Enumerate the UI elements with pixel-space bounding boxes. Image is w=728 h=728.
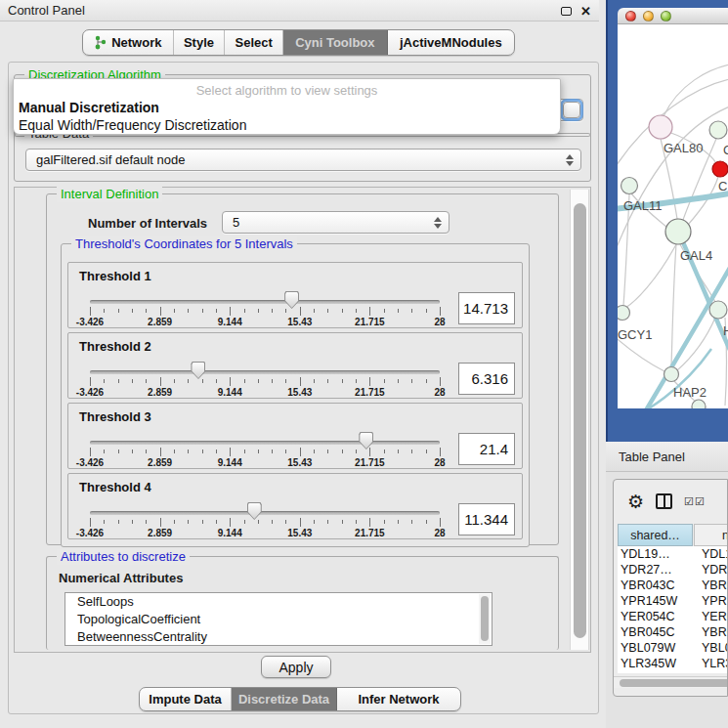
threshold-label: Threshold 2	[79, 339, 151, 354]
network-node-h[interactable]	[709, 301, 727, 319]
tab-jactivemnodules-label: jActiveMNodules	[400, 35, 502, 50]
table-row[interactable]: YLR345WYLR3	[618, 656, 728, 671]
tab-jactivemnodules[interactable]: jActiveMNodules	[388, 30, 514, 55]
table-toolbar: ⚙ ☑☑	[614, 480, 727, 523]
network-node[interactable]	[692, 400, 706, 408]
tab-network-label: Network	[111, 35, 161, 50]
name-cell[interactable]: YBR0	[693, 578, 728, 593]
tab-cyni-toolbox-label: Cyni Toolbox	[295, 35, 374, 50]
threshold-label: Threshold 1	[79, 269, 151, 283]
table-row[interactable]: YBL079WYBL0	[618, 640, 728, 656]
table-horizontal-scrollbar[interactable]	[614, 676, 728, 688]
tab-discretize-data[interactable]: Discretize Data	[232, 688, 337, 710]
threshold-value-field[interactable]: 11.344	[458, 503, 515, 535]
threshold-value-field[interactable]: 14.713	[458, 292, 515, 324]
network-node-g[interactable]	[709, 121, 727, 139]
attribute-list-item[interactable]: BetweennessCentrality	[65, 628, 492, 646]
network-canvas[interactable]: GAL80GCGAL11GAL4GCY1HHAP2	[618, 24, 728, 408]
network-node-gal11[interactable]	[621, 178, 638, 194]
tab-discretize-data-label: Discretize Data	[238, 692, 329, 707]
control-panel-tab-bar: Network Style Select Cyni Toolbox jActiv…	[82, 29, 515, 56]
network-node-label: G	[723, 143, 728, 157]
shared-name-cell[interactable]: YBR043C	[618, 578, 693, 593]
apply-button[interactable]: Apply	[261, 656, 331, 678]
shared-name-cell[interactable]: YDR27…	[618, 562, 693, 578]
number-of-intervals-select[interactable]: 5	[222, 211, 450, 234]
network-node-label: GAL11	[623, 198, 663, 213]
name-cell[interactable]: YBL0	[693, 640, 728, 656]
settings-gear-icon[interactable]: ⚙	[627, 492, 644, 511]
table-body[interactable]: YDL19…YDL1YDR27…YDR2YBR043CYBR0YPR145WYP…	[618, 546, 728, 673]
threshold-row: Threshold 4 -3.4262.8599.14415.4321.7152…	[67, 473, 523, 539]
name-cell[interactable]: YBR0	[693, 624, 728, 640]
shared-name-cell[interactable]: YER054C	[618, 609, 693, 624]
name-cell[interactable]: YPR1	[693, 593, 728, 609]
threshold-slider-track[interactable]	[90, 370, 440, 374]
algorithm-dropdown-popup: Select algorithm to view settings Manual…	[13, 78, 561, 135]
minimize-window-icon[interactable]	[643, 11, 654, 21]
tab-impute-data[interactable]: Impute Data	[140, 688, 232, 710]
algorithm-select-arrow-button[interactable]	[563, 102, 580, 118]
algorithm-option-manual[interactable]: Manual Discretization	[19, 100, 159, 115]
threshold-slider-track[interactable]	[90, 441, 440, 445]
slider-ticks	[90, 307, 440, 317]
algorithm-option-equal-width[interactable]: Equal Width/Frequency Discretization	[19, 117, 246, 133]
close-window-icon[interactable]	[625, 11, 636, 21]
network-node-hap2[interactable]	[664, 367, 679, 382]
name-cell[interactable]: YLR3	[693, 656, 728, 671]
scrollbar-thumb[interactable]	[574, 203, 586, 638]
column-header-name[interactable]: n	[694, 524, 728, 546]
shared-name-cell[interactable]: YIL052C	[618, 671, 693, 673]
table-row[interactable]: YER054CYER0	[618, 609, 728, 624]
number-of-intervals-label: Number of Intervals	[88, 216, 207, 231]
network-window: GAL80GCGAL11GAL4GCY1HHAP2	[618, 8, 728, 408]
combo-spinner-icon	[566, 154, 574, 166]
slider-tick-labels: -3.4262.8599.14415.4321.71528	[90, 387, 440, 399]
close-panel-icon[interactable]: ✕	[580, 5, 591, 18]
name-cell[interactable]: YDL1	[693, 546, 728, 562]
shared-name-cell[interactable]: YBL079W	[618, 640, 693, 656]
tab-select-label: Select	[236, 35, 273, 50]
threshold-value-field[interactable]: 6.316	[458, 363, 515, 395]
shared-name-cell[interactable]: YBR045C	[618, 624, 693, 640]
select-columns-icon[interactable]: ☑☑	[684, 495, 706, 508]
tab-infer-network[interactable]: Infer Network	[337, 688, 460, 710]
slider-tick-labels: -3.4262.8599.14415.4321.71528	[90, 528, 440, 539]
table-data-select[interactable]: galFiltered.sif default node	[25, 149, 581, 171]
table-row[interactable]: YDL19…YDL1	[618, 546, 728, 562]
thresholds-group-title: Threshold's Coordinates for 5 Intervals	[71, 236, 297, 252]
network-node-gal80[interactable]	[649, 115, 672, 139]
network-node-gal4[interactable]	[665, 219, 691, 244]
column-split-icon[interactable]	[656, 493, 672, 509]
threshold-row: Threshold 2 -3.4262.8599.14415.4321.7152…	[67, 332, 523, 399]
shared-name-cell[interactable]: YDL19…	[618, 546, 693, 562]
tab-network[interactable]: Network	[83, 30, 174, 55]
name-cell[interactable]: YDR2	[693, 562, 728, 578]
attribute-list-item[interactable]: TopologicalCoefficient	[65, 611, 492, 628]
network-node-c[interactable]	[712, 161, 728, 177]
tab-style[interactable]: Style	[174, 30, 226, 55]
table-row[interactable]: YDR27…YDR2	[618, 562, 728, 578]
table-row[interactable]: YBR043CYBR0	[618, 578, 728, 593]
table-row[interactable]: YBR045CYBR0	[618, 624, 728, 640]
attribute-list-item[interactable]: SelfLoops	[65, 593, 492, 611]
table-row[interactable]: YIL052CYIL0	[618, 671, 728, 673]
shared-name-cell[interactable]: YPR145W	[618, 593, 693, 609]
network-node-gcy1[interactable]	[618, 306, 630, 321]
tab-select[interactable]: Select	[225, 30, 283, 55]
threshold-slider-track[interactable]	[90, 300, 440, 304]
threshold-slider-track[interactable]	[90, 511, 440, 515]
column-header-shared-name[interactable]: shared…	[618, 524, 693, 546]
attributes-list-scrollbar[interactable]	[479, 594, 491, 644]
scrollbar-thumb[interactable]	[620, 679, 728, 687]
name-cell[interactable]: YER0	[693, 609, 728, 624]
table-panel-container: ⚙ ☑☑ shared… n YDL19…YDL1YDR27…YDR2YBR04…	[613, 479, 728, 697]
threshold-value-field[interactable]: 21.4	[458, 433, 515, 465]
zoom-window-icon[interactable]	[661, 11, 671, 21]
name-cell[interactable]: YIL0	[693, 671, 728, 673]
float-panel-icon[interactable]	[561, 7, 572, 16]
shared-name-cell[interactable]: YLR345W	[618, 656, 693, 671]
settings-vertical-scrollbar[interactable]	[570, 190, 589, 650]
table-row[interactable]: YPR145WYPR1	[618, 593, 728, 609]
tab-cyni-toolbox[interactable]: Cyni Toolbox	[283, 30, 388, 55]
